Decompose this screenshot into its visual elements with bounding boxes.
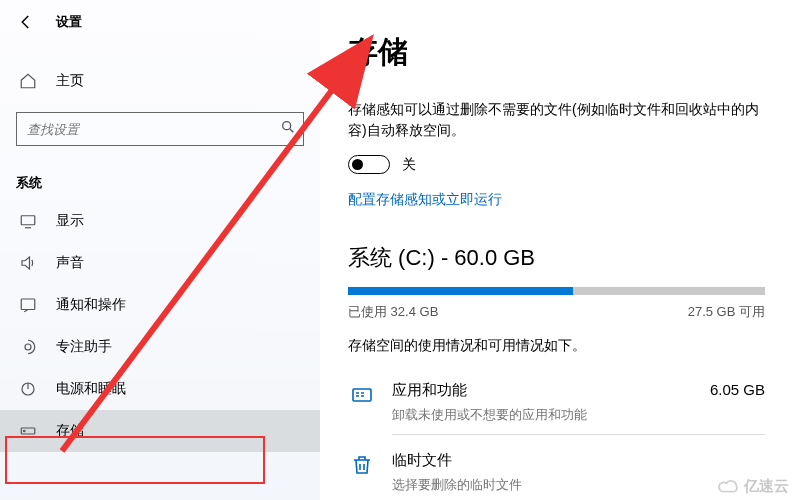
main-content: 存储 存储感知可以通过删除不需要的文件(例如临时文件和回收站中的内容)自动释放空… bbox=[320, 0, 793, 500]
category-size: 6.05 GB bbox=[710, 381, 765, 400]
focus-icon bbox=[18, 338, 38, 356]
free-label: 27.5 GB 可用 bbox=[688, 303, 765, 321]
svg-rect-1 bbox=[21, 216, 35, 225]
sidebar-item-notifications[interactable]: 通知和操作 bbox=[0, 284, 320, 326]
svg-rect-7 bbox=[353, 389, 371, 401]
svg-point-0 bbox=[283, 122, 291, 130]
storage-sense-toggle[interactable] bbox=[348, 155, 390, 174]
configure-storage-sense-link[interactable]: 配置存储感知或立即运行 bbox=[348, 191, 502, 209]
usage-section-desc: 存储空间的使用情况和可用情况如下。 bbox=[348, 337, 765, 355]
notifications-icon bbox=[18, 296, 38, 314]
used-label: 已使用 32.4 GB bbox=[348, 303, 438, 321]
toggle-state-label: 关 bbox=[402, 156, 416, 174]
category-name: 应用和功能 bbox=[392, 381, 467, 400]
sidebar-item-storage[interactable]: 存储 bbox=[0, 410, 320, 452]
drive-usage-fill bbox=[348, 287, 573, 295]
sidebar-item-home[interactable]: 主页 bbox=[0, 62, 320, 100]
search-input[interactable] bbox=[16, 112, 304, 146]
search-icon bbox=[280, 119, 296, 139]
watermark: 亿速云 bbox=[718, 477, 789, 496]
nav-label: 显示 bbox=[56, 212, 84, 230]
category-name: 临时文件 bbox=[392, 451, 452, 470]
back-arrow-icon bbox=[17, 13, 35, 31]
sidebar-item-display[interactable]: 显示 bbox=[0, 200, 320, 242]
trash-icon bbox=[348, 451, 376, 479]
watermark-text: 亿速云 bbox=[744, 477, 789, 496]
sidebar-item-power[interactable]: 电源和睡眠 bbox=[0, 368, 320, 410]
sidebar-item-sound[interactable]: 声音 bbox=[0, 242, 320, 284]
settings-sidebar: 设置 主页 系统 显示 声音 通知和操作 bbox=[0, 0, 320, 500]
nav-label: 专注助手 bbox=[56, 338, 112, 356]
sidebar-item-focus[interactable]: 专注助手 bbox=[0, 326, 320, 368]
drive-title: 系统 (C:) - 60.0 GB bbox=[348, 243, 765, 273]
svg-rect-2 bbox=[21, 299, 35, 310]
svg-point-6 bbox=[24, 430, 26, 432]
nav-label: 存储 bbox=[56, 422, 84, 440]
back-button[interactable] bbox=[12, 8, 40, 36]
category-temp[interactable]: 临时文件 选择要删除的临时文件 bbox=[348, 445, 765, 500]
section-label: 系统 bbox=[16, 174, 320, 192]
home-label: 主页 bbox=[56, 72, 84, 90]
storage-icon bbox=[18, 422, 38, 440]
home-icon bbox=[18, 72, 38, 90]
page-title: 存储 bbox=[348, 32, 765, 73]
display-icon bbox=[18, 212, 38, 230]
drive-usage-bar bbox=[348, 287, 765, 295]
sound-icon bbox=[18, 254, 38, 272]
power-icon bbox=[18, 380, 38, 398]
nav-label: 电源和睡眠 bbox=[56, 380, 126, 398]
category-apps[interactable]: 应用和功能 6.05 GB 卸载未使用或不想要的应用和功能 bbox=[348, 375, 765, 445]
category-sub: 选择要删除的临时文件 bbox=[392, 476, 765, 494]
svg-point-3 bbox=[25, 344, 31, 350]
app-title: 设置 bbox=[56, 13, 82, 31]
storage-sense-desc: 存储感知可以通过删除不需要的文件(例如临时文件和回收站中的内容)自动释放空间。 bbox=[348, 99, 765, 141]
nav-label: 通知和操作 bbox=[56, 296, 126, 314]
category-sub: 卸载未使用或不想要的应用和功能 bbox=[392, 406, 765, 424]
apps-icon bbox=[348, 381, 376, 409]
nav-label: 声音 bbox=[56, 254, 84, 272]
